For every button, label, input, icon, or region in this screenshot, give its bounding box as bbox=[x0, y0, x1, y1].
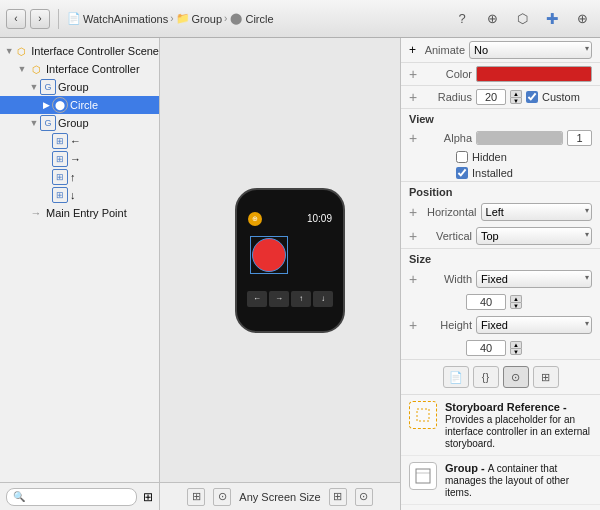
width-plus[interactable]: + bbox=[409, 272, 423, 286]
expand-arrow-circle: ▶ bbox=[40, 100, 52, 110]
watch-btn-right[interactable]: → bbox=[269, 291, 289, 307]
width-input[interactable] bbox=[466, 294, 506, 310]
animate-plus[interactable]: + bbox=[409, 43, 416, 57]
tree-item-group2[interactable]: ▼ G Group bbox=[0, 114, 159, 132]
hidden-row: Hidden bbox=[401, 149, 600, 165]
radius-stepper-up[interactable]: ▲ bbox=[510, 90, 522, 97]
component-group[interactable]: Group - A container that manages the lay… bbox=[401, 456, 600, 505]
breadcrumb-item-watchanimations[interactable]: 📄 WatchAnimations bbox=[67, 12, 168, 26]
view-toggle[interactable]: ⊞ bbox=[143, 490, 153, 504]
right-panel: + Animate No Yes ▾ + Color bbox=[400, 38, 600, 510]
tree-item-arr3[interactable]: ⊞ ↑ bbox=[0, 168, 159, 186]
width-select-wrapper[interactable]: FixedRelative ▾ bbox=[476, 270, 592, 288]
width-stepper-down[interactable]: ▼ bbox=[510, 302, 522, 309]
radius-label: Radius bbox=[427, 91, 472, 103]
circle-icon-breadcrumb: ⬤ bbox=[229, 12, 243, 26]
alpha-label: Alpha bbox=[427, 132, 472, 144]
hidden-checkbox[interactable] bbox=[456, 151, 468, 163]
alpha-plus[interactable]: + bbox=[409, 131, 423, 145]
help-button[interactable]: ? bbox=[450, 7, 474, 31]
color-swatch[interactable] bbox=[476, 66, 592, 82]
height-stepper-down[interactable]: ▼ bbox=[510, 348, 522, 355]
group2-icon: G bbox=[40, 115, 56, 131]
watch-btn-down[interactable]: ↓ bbox=[313, 291, 333, 307]
vertical-row: + Vertical TopCenterBottom ▾ bbox=[401, 224, 600, 248]
tree-item-arr1[interactable]: ⊞ ← bbox=[0, 132, 159, 150]
radius-input[interactable] bbox=[476, 89, 506, 105]
installed-checkbox[interactable] bbox=[456, 167, 468, 179]
circle-plus-button[interactable]: ⊕ bbox=[570, 7, 594, 31]
share-button[interactable]: ⬡ bbox=[510, 7, 534, 31]
color-label: Color bbox=[427, 68, 472, 80]
tab-circle[interactable]: ⊙ bbox=[503, 366, 529, 388]
height-select[interactable]: FixedRelative bbox=[476, 316, 592, 334]
watch-btn-up[interactable]: ↑ bbox=[291, 291, 311, 307]
group1-icon: G bbox=[40, 79, 56, 95]
radius-stepper-down[interactable]: ▼ bbox=[510, 97, 522, 104]
animate-select[interactable]: No Yes bbox=[469, 41, 592, 59]
width-stepper-up[interactable]: ▲ bbox=[510, 295, 522, 302]
navigator-tree: ▼ ⬡ Interface Controller Scene ▼ ⬡ Inter… bbox=[0, 38, 159, 482]
color-section: + Color bbox=[401, 63, 600, 86]
grid-view-icon[interactable]: ⊞ bbox=[187, 488, 205, 506]
color-plus[interactable]: + bbox=[409, 67, 423, 81]
tree-item-arr4[interactable]: ⊞ ↓ bbox=[0, 186, 159, 204]
search-bar[interactable]: 🔍 bbox=[6, 488, 137, 506]
height-select-wrapper[interactable]: FixedRelative ▾ bbox=[476, 316, 592, 334]
grid-view-icon2[interactable]: ⊞ bbox=[329, 488, 347, 506]
vert-select[interactable]: TopCenterBottom bbox=[476, 227, 592, 245]
vert-plus[interactable]: + bbox=[409, 229, 423, 243]
storyboard-ref-svg bbox=[415, 407, 431, 423]
back-button[interactable]: ‹ bbox=[6, 9, 26, 29]
canvas-area[interactable]: Main → ⊕ 10:09 bbox=[160, 38, 400, 482]
tab-file[interactable]: 📄 bbox=[443, 366, 469, 388]
circle-view-icon[interactable]: ⊙ bbox=[213, 488, 231, 506]
tree-item-interface-controller[interactable]: ▼ ⬡ Interface Controller bbox=[0, 60, 159, 78]
screen-size-label: Any Screen Size bbox=[239, 491, 320, 503]
breadcrumb-item-group[interactable]: 📁 Group bbox=[176, 12, 223, 26]
add-button[interactable]: ⊕ bbox=[480, 7, 504, 31]
horiz-select-wrapper[interactable]: LeftCenterRight ▾ bbox=[481, 203, 592, 221]
expand-arrow: ▼ bbox=[4, 46, 15, 56]
circle-view-icon2[interactable]: ⊙ bbox=[355, 488, 373, 506]
radius-plus[interactable]: + bbox=[409, 90, 423, 104]
circle-nav-icon: ⬤ bbox=[52, 97, 68, 113]
alpha-slider-track[interactable] bbox=[476, 131, 563, 145]
height-stepper-up[interactable]: ▲ bbox=[510, 341, 522, 348]
tree-item-scene[interactable]: ▼ ⬡ Interface Controller Scene bbox=[0, 42, 159, 60]
width-select[interactable]: FixedRelative bbox=[476, 270, 592, 288]
component-storyboard-ref[interactable]: Storyboard Reference - Provides a placeh… bbox=[401, 395, 600, 456]
alpha-row: + Alpha bbox=[401, 127, 600, 149]
watch-btn-left[interactable]: ← bbox=[247, 291, 267, 307]
forward-button[interactable]: › bbox=[30, 9, 50, 29]
height-row: + Height FixedRelative ▾ bbox=[401, 313, 600, 337]
breadcrumb-item-circle[interactable]: ⬤ Circle bbox=[229, 12, 273, 26]
watch-device: ⊕ 10:09 ← → ↑ ↓ bbox=[235, 188, 345, 333]
animate-select-wrapper[interactable]: No Yes ▾ bbox=[469, 41, 592, 59]
tree-item-group1[interactable]: ▼ G Group bbox=[0, 78, 159, 96]
tree-item-arr2[interactable]: ⊞ → bbox=[0, 150, 159, 168]
entry-icon: → bbox=[28, 205, 44, 221]
tab-grid[interactable]: ⊞ bbox=[533, 366, 559, 388]
radius-stepper: ▲ ▼ bbox=[510, 90, 522, 104]
horiz-plus[interactable]: + bbox=[409, 205, 423, 219]
vert-select-wrapper[interactable]: TopCenterBottom ▾ bbox=[476, 227, 592, 245]
alpha-input[interactable] bbox=[567, 130, 592, 146]
width-row: + Width FixedRelative ▾ bbox=[401, 267, 600, 291]
component-table[interactable]: Table - Displays one or more rows of dat… bbox=[401, 505, 600, 510]
tree-item-circle[interactable]: ▶ ⬤ Circle bbox=[0, 96, 159, 114]
svg-rect-1 bbox=[416, 469, 430, 483]
plus-button[interactable]: ✚ bbox=[540, 7, 564, 31]
position-title: Position bbox=[401, 182, 600, 200]
height-input[interactable] bbox=[466, 340, 506, 356]
height-plus[interactable]: + bbox=[409, 318, 423, 332]
vert-label: Vertical bbox=[427, 230, 472, 242]
horiz-select[interactable]: LeftCenterRight bbox=[481, 203, 592, 221]
height-label: Height bbox=[427, 319, 472, 331]
radius-custom-checkbox[interactable] bbox=[526, 91, 538, 103]
group-comp-text: Group - A container that manages the lay… bbox=[445, 462, 592, 498]
tab-code[interactable]: {} bbox=[473, 366, 499, 388]
tree-item-main-entry[interactable]: → Main Entry Point bbox=[0, 204, 159, 222]
animate-label: Animate bbox=[420, 44, 465, 56]
expand-arrow-g2: ▼ bbox=[28, 118, 40, 128]
